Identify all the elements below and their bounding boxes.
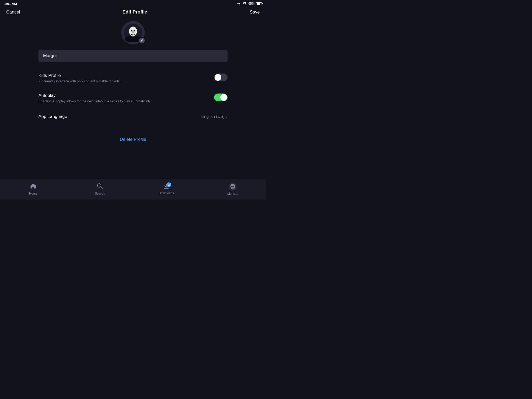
avatar-edit-button[interactable] — [138, 37, 145, 44]
status-bar: 1:01 AM 65% — [0, 0, 266, 7]
svg-point-0 — [238, 3, 240, 4]
svg-point-17 — [133, 37, 134, 37]
svg-rect-12 — [131, 34, 132, 35]
autoplay-toggle-knob — [220, 94, 227, 101]
home-label: Home — [29, 192, 37, 195]
svg-line-20 — [101, 187, 102, 189]
kids-profile-label: Kids Profile — [38, 73, 214, 78]
chevron-right-icon: › — [226, 114, 228, 119]
nav-item-profile[interactable]: Marissa — [200, 180, 266, 198]
language-row[interactable]: App Language English (US) › — [38, 109, 228, 124]
autoplay-label: Autoplay — [38, 93, 214, 98]
home-icon — [30, 183, 36, 190]
nav-item-search[interactable]: Search — [66, 181, 133, 198]
profile-name-input[interactable] — [43, 53, 223, 58]
search-icon — [97, 183, 103, 190]
autoplay-toggle[interactable] — [214, 94, 228, 101]
kids-profile-content: Kids Profile Kid friendly interface with… — [38, 73, 214, 83]
status-icons: 65% — [237, 2, 262, 5]
downloads-icon-container: 2 — [163, 183, 169, 190]
svg-rect-14 — [134, 34, 135, 35]
delete-section: Delete Profile — [38, 137, 228, 142]
svg-point-26 — [233, 186, 234, 187]
top-navigation: Cancel Edit Profile Save — [0, 7, 266, 19]
status-time: 1:01 AM — [4, 2, 17, 6]
kids-profile-toggle-container — [214, 74, 228, 81]
language-value: English (US) — [201, 114, 225, 119]
autoplay-row: Autoplay Enabling Autoplay allows for th… — [38, 89, 228, 107]
language-label: App Language — [38, 114, 67, 119]
delete-profile-button[interactable]: Delete Profile — [120, 137, 146, 142]
kids-profile-description: Kid friendly interface with only content… — [38, 79, 214, 83]
downloads-label: Downloads — [158, 191, 174, 195]
name-input-container[interactable] — [38, 50, 228, 62]
brightness-icon — [237, 2, 241, 5]
wifi-icon — [243, 2, 247, 5]
kids-profile-toggle-knob — [215, 74, 221, 81]
settings-section: Kids Profile Kid friendly interface with… — [38, 69, 228, 124]
avatar-container — [0, 21, 266, 44]
save-button[interactable]: Save — [250, 10, 260, 15]
nav-item-home[interactable]: Home — [0, 181, 66, 198]
kids-profile-row: Kids Profile Kid friendly interface with… — [38, 69, 228, 87]
marissa-avatar — [229, 183, 237, 191]
battery-indicator — [256, 2, 262, 5]
form-content: Kids Profile Kid friendly interface with… — [0, 50, 266, 142]
avatar-wrapper — [121, 21, 145, 44]
bottom-navigation: Home Search 2 Downloads — [0, 179, 266, 200]
downloads-badge: 2 — [167, 182, 171, 187]
svg-point-24 — [231, 187, 235, 189]
autoplay-content: Autoplay Enabling Autoplay allows for th… — [38, 93, 214, 103]
svg-rect-13 — [132, 34, 134, 36]
svg-point-25 — [231, 186, 233, 187]
nav-item-downloads[interactable]: 2 Downloads — [133, 181, 200, 198]
profile-label: Marissa — [227, 192, 238, 196]
battery-percent: 65% — [248, 2, 255, 5]
autoplay-description: Enabling Autoplay allows for the next vi… — [38, 99, 214, 103]
page-title: Edit Profile — [123, 9, 147, 15]
language-value-container[interactable]: English (US) › — [201, 114, 228, 119]
search-label: Search — [95, 192, 105, 195]
kids-profile-toggle[interactable] — [214, 74, 228, 81]
autoplay-toggle-container — [214, 94, 228, 101]
cancel-button[interactable]: Cancel — [6, 10, 20, 15]
